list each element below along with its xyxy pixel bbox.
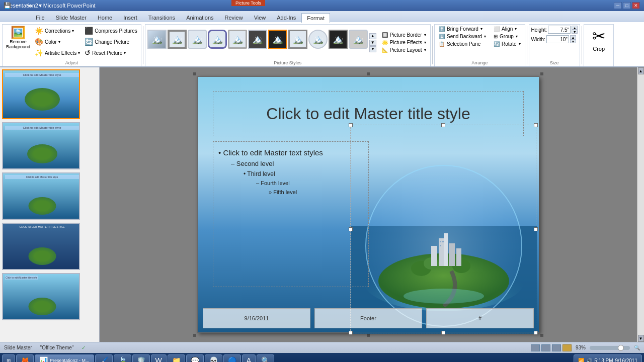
height-input[interactable] (548, 26, 571, 34)
rotate-button[interactable]: 🔄 Rotate ▾ (492, 41, 522, 47)
minimize-button[interactable]: ─ (614, 2, 622, 9)
firefox-taskbar[interactable]: 🦊 (16, 354, 34, 362)
width-input[interactable] (546, 35, 569, 43)
more-quick-btn[interactable]: ▾ (35, 1, 45, 10)
island-container[interactable] (350, 125, 536, 333)
app4-taskbar[interactable]: 🍃 (114, 354, 131, 362)
handle-mr[interactable] (534, 227, 538, 231)
zoom-slider[interactable] (590, 346, 630, 350)
height-spinner[interactable]: ▲ ▼ (572, 26, 578, 34)
app12-taskbar[interactable]: 🔍 (257, 354, 274, 362)
pic-scroll-more[interactable]: ▾ (369, 46, 376, 52)
zoom-in-icon[interactable]: 🔍 (634, 345, 640, 350)
footer-page[interactable]: # (426, 308, 534, 328)
start-button[interactable]: ⊞ (2, 354, 15, 362)
maximize-button[interactable]: □ (623, 2, 631, 9)
close-button[interactable]: ✕ (632, 2, 640, 9)
photoshop-taskbar[interactable]: 🖌️ (95, 354, 113, 362)
height-down[interactable]: ▼ (572, 30, 578, 34)
width-up[interactable]: ▲ (570, 35, 576, 39)
normal-view-btn[interactable] (531, 344, 540, 351)
picture-effects-arrow: ▾ (424, 40, 426, 45)
app8-taskbar[interactable]: 💬 (186, 354, 204, 362)
reset-picture-button[interactable]: ↺ Reset Picture ▾ (83, 48, 138, 58)
picture-effects-button[interactable]: 🌟 Picture Effects ▾ (380, 39, 428, 46)
remove-background-button[interactable]: 🖼️ RemoveBackground (5, 26, 32, 50)
pic-style-9[interactable]: 🏔️ (308, 30, 328, 49)
app5-icon: 🛡️ (137, 356, 145, 362)
tab-home[interactable]: Home (92, 13, 118, 22)
slide-sorter-btn[interactable] (541, 344, 550, 351)
pic-style-8[interactable]: 🏔️ (288, 30, 307, 49)
slide-thumb-5[interactable]: Click to edit Master title style (2, 273, 80, 320)
width-down[interactable]: ▼ (570, 39, 576, 43)
picture-border-button[interactable]: 🔲 Picture Border ▾ (380, 32, 428, 38)
tab-view[interactable]: View (249, 13, 272, 22)
handle-br[interactable] (534, 331, 538, 335)
pic-style-4[interactable]: 🏔️ (208, 30, 227, 49)
color-button[interactable]: 🎨 Color ▾ (33, 37, 82, 47)
pic-style-5[interactable]: 🏔️ (228, 30, 247, 49)
group-button[interactable]: ⊞ Group ▾ (492, 33, 522, 40)
change-picture-button[interactable]: 🔄 Change Picture (83, 37, 138, 47)
width-spinner[interactable]: ▲ ▼ (570, 35, 576, 43)
scroll-up-btn[interactable]: ▲ (638, 67, 644, 74)
slide-title-box[interactable]: Click to edit Master title style (213, 91, 524, 136)
pic-style-11[interactable]: 🏔️ (349, 30, 368, 49)
tab-review[interactable]: Review (219, 13, 249, 22)
pic-style-10[interactable]: 🏔️ (329, 30, 348, 49)
word-taskbar[interactable]: W (151, 354, 167, 362)
pic-style-6[interactable]: 🏔️ (248, 30, 267, 49)
tab-animations[interactable]: Animations (181, 13, 219, 22)
picture-layout-button[interactable]: 📐 Picture Layout ▾ (380, 47, 428, 53)
quick-access-toolbar[interactable]: 💾 ↩ ↪ ▾ (0, 0, 45, 11)
pic-style-scroll[interactable]: ▲ ▼ ▾ (369, 33, 376, 52)
handle-bl[interactable] (349, 331, 353, 335)
pic-style-7[interactable]: 🏔️ (268, 30, 287, 49)
bring-forward-button[interactable]: ⬆️ Bring Forward ▾ (437, 26, 488, 32)
tab-format[interactable]: Format (301, 13, 330, 23)
slide-content-box[interactable]: Click to edit Master text styles Second … (213, 141, 369, 287)
scroll-down-btn[interactable]: ▼ (638, 335, 644, 342)
powerpoint-taskbar[interactable]: 📊 Presentation2 - M... (35, 354, 94, 362)
pic-scroll-up[interactable]: ▲ (369, 33, 376, 39)
pic-style-2[interactable]: 🏔️ (168, 30, 187, 49)
pic-scroll-down[interactable]: ▼ (369, 40, 376, 46)
filezilla-taskbar[interactable]: 📁 (168, 354, 185, 362)
redo-quick-btn[interactable]: ↪ (24, 1, 34, 10)
slide-thumb-4[interactable]: CLICK TO EDIT MASTER TITLE STYLE (2, 223, 80, 270)
save-quick-btn[interactable]: 💾 (2, 1, 12, 10)
slide-thumb-1[interactable]: Click to edit Master title style (2, 69, 80, 119)
tab-add-ins[interactable]: Add-Ins (271, 13, 301, 22)
undo-quick-btn[interactable]: ↩ (13, 1, 23, 10)
app11-taskbar[interactable]: A (242, 354, 256, 362)
app9-taskbar[interactable]: 💀 (205, 354, 222, 362)
send-backward-button[interactable]: ⬇️ Send Backward ▾ (437, 33, 488, 40)
slideshow-btn[interactable] (562, 344, 572, 351)
handle-tr[interactable] (534, 123, 538, 127)
slide-thumb-3[interactable]: Click to edit Master title style (2, 172, 80, 220)
app10-taskbar[interactable]: 🔵 (223, 354, 241, 362)
selection-pane-button[interactable]: 📋 Selection Pane (437, 41, 488, 47)
handle-bc[interactable] (441, 331, 445, 335)
artistic-effects-button[interactable]: ✨ Artistic Effects ▾ (33, 48, 82, 58)
crop-button[interactable]: ✂ Crop (586, 26, 611, 59)
height-up[interactable]: ▲ (572, 26, 578, 30)
tab-insert[interactable]: Insert (118, 13, 143, 22)
vertical-scrollbar[interactable]: ▲ ▼ (637, 67, 644, 342)
pic-style-1[interactable]: 🏔️ (147, 30, 167, 49)
pic-style-3[interactable]: 🏔️ (188, 30, 207, 49)
slide-thumb-2[interactable]: Click to edit Master title style (2, 122, 80, 169)
app5-taskbar[interactable]: 🛡️ (132, 354, 150, 362)
tab-transitions[interactable]: Transitions (143, 13, 181, 22)
align-button[interactable]: ⬜ Align ▾ (492, 26, 522, 32)
footer-text[interactable]: Footer (314, 308, 422, 328)
zoom-thumb[interactable] (618, 345, 624, 351)
footer-date[interactable]: 9/16/2011 (203, 308, 310, 328)
tab-file[interactable]: File (30, 13, 50, 22)
compress-pictures-button[interactable]: ⬛ Compress Pictures (83, 26, 138, 36)
corrections-button[interactable]: ☀️ Corrections ▾ (33, 26, 82, 36)
tab-slide-master[interactable]: Slide Master (50, 13, 92, 22)
reading-view-btn[interactable] (552, 344, 561, 351)
powerpoint-icon: 📊 (39, 356, 48, 362)
